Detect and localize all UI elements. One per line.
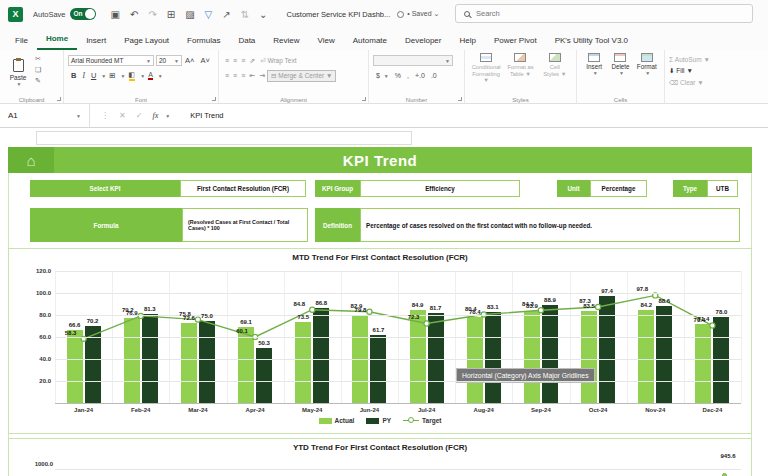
- align-top-icon[interactable]: ≡: [225, 57, 229, 64]
- ytick-label: 40.0: [11, 356, 51, 362]
- number-dialog-launcher[interactable]: [458, 97, 462, 101]
- save-icon[interactable]: ▣: [111, 9, 120, 20]
- align-right-icon[interactable]: ≡: [241, 72, 245, 79]
- image-icon[interactable]: ▨: [185, 9, 194, 20]
- legend-py[interactable]: PY: [366, 417, 391, 424]
- tab-pk-s-utility-tool-v3-0[interactable]: PK's Utility Tool V3.0: [546, 32, 637, 50]
- fill-color-icon[interactable]: ◧: [129, 71, 136, 81]
- name-box-caret-icon[interactable]: ▼: [76, 113, 81, 119]
- name-box-value: A1: [8, 111, 18, 120]
- document-title[interactable]: Customer Service KPI Dashb...: [286, 10, 390, 19]
- search-icon: [464, 11, 470, 17]
- delete-cells-button[interactable]: Delete ▼: [607, 53, 633, 93]
- borders-icon[interactable]: ⊞: [109, 71, 115, 80]
- month-label-Jul-24: Jul-24: [398, 407, 455, 413]
- clear-button: ⌫ Clear ▼: [669, 77, 731, 89]
- paste-button[interactable]: Paste ▼: [4, 53, 32, 93]
- legend-target[interactable]: Target: [403, 417, 441, 424]
- wrap-text-button: ⏎ Wrap Text: [260, 57, 296, 65]
- orientation-icon[interactable]: ⇗: [249, 57, 255, 65]
- table-icon[interactable]: ⊞: [167, 9, 175, 20]
- currency-icon[interactable]: $ ▼: [376, 72, 389, 79]
- label-target-Oct-24: 87.3: [570, 298, 600, 304]
- decrease-indent-icon[interactable]: ⇤: [249, 72, 255, 80]
- label-target-Jun-24: 82.9: [341, 303, 371, 309]
- formula-bar-content[interactable]: KPI Trend: [190, 111, 223, 120]
- legend-label-actual: Actual: [335, 417, 355, 424]
- qat-customize-icon[interactable]: ⌄: [259, 9, 267, 20]
- delete-caret-icon[interactable]: ▼: [619, 70, 624, 76]
- insert-caret-icon[interactable]: ▼: [593, 70, 598, 76]
- insert-cells-button[interactable]: Insert ▼: [581, 53, 607, 93]
- font-color-icon[interactable]: A: [148, 71, 153, 80]
- share-icon[interactable]: ↗: [222, 9, 230, 20]
- font-size-select[interactable]: 20▼: [156, 55, 182, 66]
- ytd-chart[interactable]: YTD Trend For First Contact Resolution (…: [8, 438, 752, 476]
- saved-status[interactable]: • Saved ⌄: [407, 10, 439, 18]
- tab-insert[interactable]: Insert: [77, 32, 115, 50]
- tab-data[interactable]: Data: [229, 32, 264, 50]
- tab-review[interactable]: Review: [264, 32, 308, 50]
- font-dialog-launcher[interactable]: [212, 97, 216, 101]
- month-label-Sep-24: Sep-24: [512, 407, 569, 413]
- select-kpi-value[interactable]: First Contact Resolution (FCR): [180, 180, 306, 197]
- tab-developer[interactable]: Developer: [396, 32, 450, 50]
- font-color-caret-icon[interactable]: ▼: [158, 73, 163, 79]
- comma-icon[interactable]: ,: [407, 72, 409, 79]
- increase-indent-icon[interactable]: ⇥: [259, 72, 265, 80]
- label-py-Jul-24: 81.7: [421, 305, 451, 311]
- cut-icon[interactable]: ✂: [35, 53, 41, 64]
- mtd-chart[interactable]: MTD Trend For First Contact Resolution (…: [8, 248, 752, 434]
- fill-button[interactable]: ⬇ Fill ▼: [669, 65, 731, 77]
- decrease-font-icon[interactable]: A˅: [200, 56, 209, 65]
- borders-caret-icon[interactable]: ▼: [121, 73, 126, 79]
- redo-icon: ↷: [148, 9, 156, 20]
- permissions-icon[interactable]: [397, 11, 404, 18]
- cells-group-label: Cells: [577, 97, 664, 103]
- name-box[interactable]: A1 ▼: [0, 104, 90, 127]
- insert-function-icon[interactable]: fx: [152, 111, 158, 120]
- formula-bar-caret-icon[interactable]: ▼: [165, 113, 170, 119]
- excel-logo[interactable]: X: [8, 7, 23, 22]
- format-caret-icon[interactable]: ▼: [645, 70, 650, 76]
- format-painter-icon[interactable]: ✎: [35, 75, 41, 86]
- tab-automate[interactable]: Automate: [344, 32, 396, 50]
- cell-styles-button: CellStyles ▼: [538, 53, 572, 93]
- tab-view[interactable]: View: [309, 32, 344, 50]
- tab-file[interactable]: File: [6, 32, 37, 50]
- alignment-dialog-launcher[interactable]: [362, 97, 366, 101]
- label-actual-May-24: 73.5: [288, 314, 318, 320]
- number-format-select: ▼: [373, 55, 453, 66]
- tab-home[interactable]: Home: [37, 30, 77, 50]
- filter-icon[interactable]: ▽: [205, 9, 213, 20]
- align-middle-icon[interactable]: ≡: [233, 57, 237, 64]
- legend-actual[interactable]: Actual: [319, 417, 355, 424]
- underline-caret-icon[interactable]: ▼: [101, 73, 106, 79]
- percent-icon[interactable]: %: [395, 72, 401, 79]
- cell-strip[interactable]: [36, 131, 412, 145]
- undo-icon[interactable]: ↶: [130, 9, 138, 20]
- align-bottom-icon[interactable]: ≡: [241, 57, 245, 64]
- increase-font-icon[interactable]: A˄: [185, 56, 194, 65]
- decrease-decimal-icon[interactable]: .0: [431, 72, 437, 79]
- underline-button[interactable]: U: [91, 71, 96, 80]
- month-label-Oct-24: Oct-24: [570, 407, 627, 413]
- clipboard-dialog-launcher[interactable]: [57, 97, 61, 101]
- align-left-icon[interactable]: ≡: [225, 72, 229, 79]
- font-name-select[interactable]: Arial Rounded MT▼: [68, 55, 154, 66]
- increase-decimal-icon[interactable]: +.0: [415, 72, 425, 79]
- tab-power-pivot[interactable]: Power Pivot: [485, 32, 546, 50]
- dots-separator-icon[interactable]: ⋮: [101, 111, 109, 120]
- align-center-icon[interactable]: ≡: [233, 72, 237, 79]
- format-cells-button[interactable]: Format ▼: [634, 53, 660, 93]
- autosave-toggle[interactable]: On: [70, 8, 96, 20]
- tab-page-layout[interactable]: Page Layout: [115, 32, 178, 50]
- copy-icon[interactable]: ❏: [35, 64, 41, 75]
- ytick-label: 100.0: [11, 290, 51, 296]
- tab-formulas[interactable]: Formulas: [178, 32, 229, 50]
- tab-help[interactable]: Help: [450, 32, 484, 50]
- search-input[interactable]: Search: [455, 4, 753, 23]
- italic-button[interactable]: I: [82, 71, 85, 80]
- fill-caret-icon[interactable]: ▼: [140, 73, 145, 79]
- bold-button[interactable]: B: [71, 71, 76, 80]
